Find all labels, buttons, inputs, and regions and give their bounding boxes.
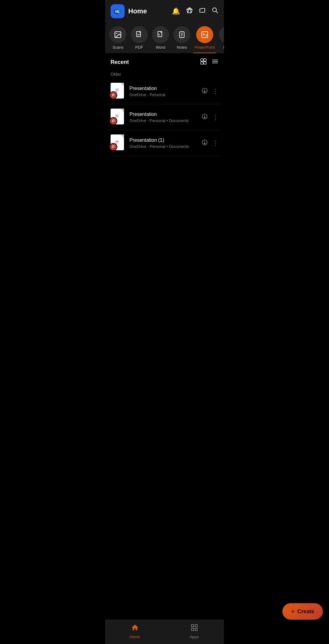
svg-rect-34: [116, 92, 117, 92]
download-icon[interactable]: [201, 113, 208, 121]
svg-text:ML: ML: [115, 10, 120, 13]
file-info: Presentation (1) OneDrive - Personal • D…: [129, 138, 197, 149]
pdf-icon: PDF: [135, 31, 143, 39]
tab-scans[interactable]: Scans: [108, 26, 128, 53]
recent-section-header: Recent: [105, 53, 224, 69]
tab-pdf-label: PDF: [135, 45, 143, 50]
folder-icon[interactable]: [199, 7, 206, 16]
file-meta: OneDrive - Personal • Documents: [129, 118, 197, 123]
tab-more-icon-wrap: [219, 26, 224, 43]
image-icon: [114, 31, 122, 39]
file-meta: OneDrive - Personal • Documents: [129, 144, 197, 149]
file-actions: ⋮: [201, 139, 218, 147]
file-actions: ⋮: [201, 113, 218, 121]
older-section-label: Older: [105, 69, 224, 78]
ppt-badge: P: [109, 91, 117, 99]
file-item[interactable]: P Presentation (1) OneDrive - Personal •…: [108, 130, 221, 156]
ppt-badge: P: [109, 117, 117, 125]
header-actions: 🔔: [172, 7, 218, 16]
svg-rect-25: [204, 59, 206, 61]
tab-scans-label: Scans: [112, 45, 123, 50]
more-options-icon[interactable]: ⋮: [212, 88, 218, 95]
svg-text:W: W: [158, 34, 160, 36]
file-name: Presentation: [129, 86, 197, 91]
svg-rect-39: [116, 117, 117, 118]
svg-rect-42: [116, 141, 118, 142]
svg-text:PDF: PDF: [137, 34, 141, 36]
recent-title: Recent: [111, 59, 129, 65]
notification-icon[interactable]: 🔔: [172, 7, 180, 15]
word-icon: W: [157, 31, 164, 39]
tab-more[interactable]: More: [218, 26, 224, 53]
app-logo[interactable]: ML: [111, 4, 125, 18]
file-info: Presentation OneDrive - Personal: [129, 86, 197, 97]
file-actions: ⋮: [201, 87, 218, 96]
list-view-icon[interactable]: [212, 58, 218, 66]
download-icon[interactable]: [201, 139, 208, 147]
svg-rect-26: [201, 62, 203, 64]
grid-view-icon[interactable]: [200, 58, 207, 66]
tab-word-label: Word: [156, 45, 165, 50]
file-meta: OneDrive - Personal: [129, 92, 197, 97]
app-header: ML Home 🔔: [105, 0, 224, 23]
tab-more-label: More: [223, 45, 224, 50]
tab-scans-icon-wrap: [109, 26, 126, 43]
svg-line-10: [216, 11, 218, 13]
tab-powerpoint-label: PowerPoint: [195, 45, 215, 50]
download-icon[interactable]: [201, 87, 208, 96]
tab-notes-icon-wrap: [173, 26, 190, 43]
tab-pdf-icon-wrap: PDF: [131, 26, 148, 43]
svg-rect-33: [116, 91, 118, 91]
tab-bar: Scans PDF PDF W Word Note: [105, 23, 224, 53]
more-options-icon[interactable]: ⋮: [212, 139, 218, 147]
svg-point-9: [213, 8, 217, 12]
file-name: Presentation (1): [129, 138, 197, 143]
search-icon[interactable]: [212, 7, 218, 16]
file-item[interactable]: P Presentation OneDrive - Personal • Doc…: [108, 104, 221, 130]
more-icon: [224, 31, 224, 39]
svg-rect-38: [116, 117, 118, 117]
file-icon-ppt: P: [111, 134, 125, 151]
svg-rect-24: [201, 59, 203, 61]
svg-rect-27: [204, 62, 206, 64]
notes-icon: [178, 31, 186, 39]
tab-notes[interactable]: Notes: [172, 26, 192, 53]
tab-notes-label: Notes: [177, 45, 187, 50]
logo-svg: ML: [113, 7, 122, 16]
tab-powerpoint[interactable]: P PowerPoint: [193, 26, 216, 53]
file-item[interactable]: P Presentation OneDrive - Personal ⋮: [108, 78, 221, 104]
tab-pdf[interactable]: PDF PDF: [129, 26, 149, 53]
tab-word-icon-wrap: W: [152, 26, 169, 43]
ppt-badge: P: [109, 143, 117, 151]
tab-powerpoint-icon-wrap: P: [196, 26, 213, 43]
more-options-icon[interactable]: ⋮: [212, 113, 218, 121]
view-toggle: [200, 58, 218, 66]
file-icon-ppt: P: [111, 109, 125, 126]
file-name: Presentation: [129, 112, 197, 117]
header-title: Home: [128, 7, 168, 15]
svg-rect-43: [116, 142, 118, 143]
file-list: P Presentation OneDrive - Personal ⋮: [105, 78, 224, 156]
gem-icon[interactable]: [186, 7, 193, 16]
svg-text:P: P: [203, 33, 205, 37]
ppt-icon: P: [201, 31, 209, 39]
svg-point-12: [116, 33, 117, 34]
file-icon-ppt: P: [111, 83, 125, 100]
file-info: Presentation OneDrive - Personal • Docum…: [129, 112, 197, 123]
tab-word[interactable]: W Word: [151, 26, 170, 53]
svg-rect-32: [116, 90, 118, 90]
svg-rect-44: [116, 143, 117, 144]
svg-rect-37: [116, 116, 118, 116]
